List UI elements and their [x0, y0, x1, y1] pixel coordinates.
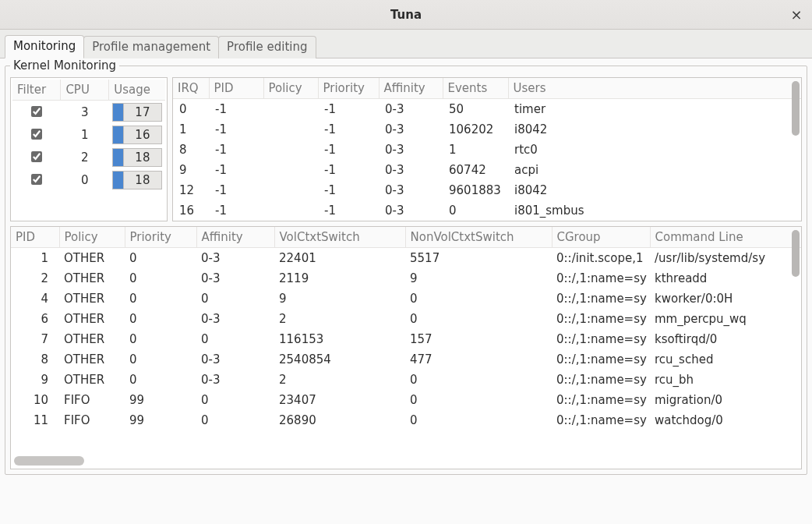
proc-header-cgroup[interactable]: CGroup [552, 227, 650, 248]
irq-header-policy[interactable]: Policy [263, 78, 318, 99]
cpu-filter-checkbox[interactable] [31, 106, 42, 117]
cpu-id-cell: 0 [61, 168, 109, 191]
proc-header-volctx[interactable]: VolCtxtSwitch [274, 227, 405, 248]
irq-row[interactable]: 9-1-10-360742acpi [173, 160, 801, 180]
proc-nonvolctx-cell: 0 [405, 289, 552, 309]
irq-pid-cell: -1 [209, 180, 263, 200]
irq-priority-cell: -1 [318, 99, 379, 120]
titlebar[interactable]: Tuna × [0, 0, 812, 30]
tab-profile-management[interactable]: Profile management [83, 36, 219, 58]
scrollbar-thumb[interactable] [792, 230, 800, 277]
cpu-row[interactable]: 218 [12, 146, 165, 168]
proc-policy-cell: OTHER [59, 349, 125, 370]
proc-volctx-cell: 23407 [274, 390, 405, 410]
cpu-filter-checkbox[interactable] [31, 129, 42, 140]
irq-events-cell: 50 [443, 99, 508, 120]
cpu-id-cell: 1 [61, 123, 109, 146]
proc-pid-cell: 8 [11, 349, 59, 370]
close-icon[interactable]: × [789, 6, 804, 23]
irq-affinity-cell: 0-3 [379, 200, 443, 221]
proc-cgroup-cell: 0::/,1:name=sy [552, 370, 650, 390]
process-row[interactable]: 6OTHER00-3200::/,1:name=symm_percpu_wq [11, 309, 801, 329]
proc-cgroup-cell: 0::/,1:name=sy [552, 289, 650, 309]
cpu-header-cpu[interactable]: CPU [61, 80, 109, 101]
process-row[interactable]: 11FIFO9902689000::/,1:name=sywatchdog/0 [11, 410, 801, 430]
cpu-header-filter[interactable]: Filter [12, 80, 61, 101]
process-row[interactable]: 2OTHER00-3211990::/,1:name=sykthreadd [11, 268, 801, 289]
irq-row[interactable]: 1-1-10-3106202i8042 [173, 119, 801, 140]
irq-header-priority[interactable]: Priority [318, 78, 379, 99]
proc-header-priority[interactable]: Priority [125, 227, 196, 248]
process-row[interactable]: 8OTHER00-325408544770::/,1:name=syrcu_sc… [11, 349, 801, 370]
process-row[interactable]: 9OTHER00-3200::/,1:name=syrcu_bh [11, 370, 801, 390]
proc-header-nonvolctx[interactable]: NonVolCtxtSwitch [405, 227, 552, 248]
irq-priority-cell: -1 [318, 140, 379, 160]
process-pane: PID Policy Priority Affinity VolCtxtSwit… [10, 226, 802, 469]
proc-priority-cell: 0 [125, 248, 196, 269]
usage-bar [112, 171, 123, 189]
irq-pane: IRQ PID Policy Priority Affinity Events … [172, 77, 802, 221]
usage-bar [112, 148, 123, 167]
scrollbar-thumb[interactable] [792, 81, 800, 136]
irq-priority-cell: -1 [318, 200, 379, 221]
irq-users-cell: i8042 [508, 180, 801, 200]
irq-row[interactable]: 0-1-10-350timer [173, 99, 801, 120]
window-title: Tuna [8, 8, 804, 22]
proc-header-pid[interactable]: PID [11, 227, 59, 248]
proc-policy-cell: OTHER [59, 289, 125, 309]
irq-users-cell: i8042 [508, 119, 801, 140]
cpu-row[interactable]: 018 [12, 168, 165, 191]
irq-header-users[interactable]: Users [508, 78, 801, 99]
proc-policy-cell: FIFO [59, 410, 125, 430]
cpu-filter-cell[interactable] [12, 101, 61, 124]
irq-row[interactable]: 16-1-10-30i801_smbus [173, 200, 801, 221]
proc-cgroup-cell: 0::/,1:name=sy [552, 268, 650, 289]
cpu-filter-cell[interactable] [12, 168, 61, 191]
cpu-header-usage[interactable]: Usage [109, 80, 165, 101]
proc-cmd-cell: rcu_bh [650, 370, 801, 390]
proc-header-affinity[interactable]: Affinity [196, 227, 274, 248]
cpu-id-cell: 2 [61, 146, 109, 168]
irq-header-affinity[interactable]: Affinity [379, 78, 443, 99]
proc-affinity-cell: 0-3 [196, 309, 274, 329]
proc-volctx-cell: 26890 [274, 410, 405, 430]
proc-cmd-cell: /usr/lib/systemd/sy [650, 248, 801, 269]
proc-scrollbar-h[interactable] [14, 456, 84, 466]
proc-scrollbar-v[interactable] [792, 228, 800, 467]
cpu-row[interactable]: 116 [12, 123, 165, 146]
proc-priority-cell: 0 [125, 329, 196, 349]
irq-row[interactable]: 8-1-10-31rtc0 [173, 140, 801, 160]
process-row[interactable]: 1OTHER00-32240155170::/init.scope,1/usr/… [11, 248, 801, 269]
tab-monitoring[interactable]: Monitoring [5, 35, 84, 58]
proc-policy-cell: OTHER [59, 248, 125, 269]
cpu-filter-checkbox[interactable] [31, 174, 42, 185]
process-row[interactable]: 7OTHER001161531570::/,1:name=syksoftirqd… [11, 329, 801, 349]
proc-header-policy[interactable]: Policy [59, 227, 125, 248]
cpu-filter-checkbox[interactable] [31, 151, 42, 162]
irq-priority-cell: -1 [318, 180, 379, 200]
process-table: PID Policy Priority Affinity VolCtxtSwit… [11, 227, 801, 430]
irq-header-pid[interactable]: PID [209, 78, 263, 99]
tab-bar: Monitoring Profile management Profile ed… [0, 30, 812, 58]
tab-profile-editing[interactable]: Profile editing [218, 36, 316, 58]
irq-header-events[interactable]: Events [443, 78, 508, 99]
cpu-filter-cell[interactable] [12, 146, 61, 168]
usage-value: 17 [123, 103, 162, 122]
cpu-filter-cell[interactable] [12, 123, 61, 146]
irq-cell: 9 [173, 160, 209, 180]
irq-row[interactable]: 12-1-10-39601883i8042 [173, 180, 801, 200]
process-row[interactable]: 4OTHER00900::/,1:name=sykworker/0:0H [11, 289, 801, 309]
cpu-row[interactable]: 317 [12, 101, 165, 124]
process-row[interactable]: 10FIFO9902340700::/,1:name=symigration/0 [11, 390, 801, 410]
irq-affinity-cell: 0-3 [379, 119, 443, 140]
proc-affinity-cell: 0 [196, 289, 274, 309]
irq-users-cell: acpi [508, 160, 801, 180]
irq-affinity-cell: 0-3 [379, 99, 443, 120]
irq-header-irq[interactable]: IRQ [173, 78, 209, 99]
proc-policy-cell: FIFO [59, 390, 125, 410]
proc-nonvolctx-cell: 0 [405, 370, 552, 390]
proc-header-cmdline[interactable]: Command Line [650, 227, 801, 248]
irq-scrollbar[interactable] [792, 80, 800, 219]
irq-policy-cell [263, 99, 318, 120]
proc-affinity-cell: 0-3 [196, 248, 274, 269]
